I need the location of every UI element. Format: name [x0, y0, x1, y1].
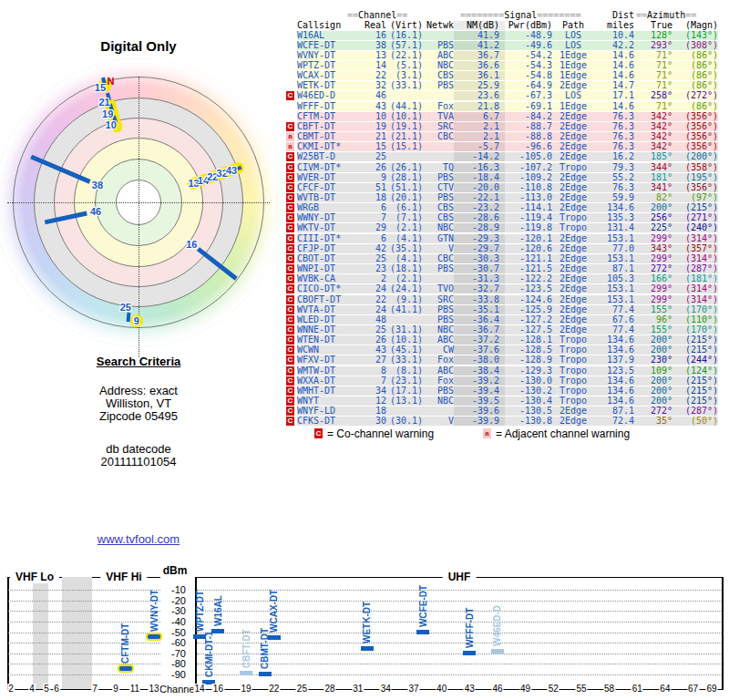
channel-tick-label: 34 [380, 684, 392, 695]
station-bar-label: CKMI-DT-1 [204, 631, 214, 677]
channel-tick-label: 40 [436, 684, 447, 695]
chart-gridline [197, 654, 722, 654]
channel-tick-label: 14 [193, 684, 205, 695]
channel-tick-label: 16 [212, 684, 224, 695]
vhf-lo-section-label: VHF Lo [10, 571, 59, 583]
tvfool-report: Digital Only TrueNorth 38461613142232431… [0, 0, 729, 700]
station-power-bar [211, 629, 224, 633]
channel-tick-label: 64 [659, 684, 671, 695]
chart-gridline [8, 643, 160, 643]
vhf-gap-band [33, 577, 48, 689]
station-power-bar [119, 666, 132, 671]
station-bar-label: WPTZ-DT [195, 591, 205, 632]
channel-tick-label: 46 [491, 684, 503, 695]
chart-gridline [8, 664, 160, 664]
station-bar-label: WCAX-DT [269, 590, 279, 633]
dbm-tick-label: -50 [162, 627, 186, 638]
dbm-tick-label: -80 [162, 658, 186, 669]
channel-tick-label: 25 [296, 684, 308, 695]
chart-gridline [197, 664, 722, 664]
dbm-tick-label: -60 [162, 637, 186, 648]
chart-gridline [8, 611, 160, 612]
dbm-tick-label: -30 [162, 605, 186, 616]
dbm-tick-label: -40 [162, 616, 186, 627]
vhf-hi-section-label: VHF Hi [100, 571, 147, 583]
channel-tick-label: 31 [352, 684, 364, 695]
chart-gridline [8, 590, 160, 591]
dbm-tick-label: -70 [162, 648, 186, 659]
channel-tick-label: 61 [631, 684, 643, 695]
station-bar-label: WCFE-DT [418, 585, 428, 627]
channel-tick-label: 67 [687, 684, 699, 695]
station-bar-label: W16AL [213, 595, 223, 626]
dbm-tick-label: -20 [162, 595, 186, 606]
channel-tick-label: 22 [268, 684, 280, 695]
channel-tick-label: 55 [575, 684, 587, 695]
channel-tick-label: 11 [129, 684, 140, 695]
station-bar-label: WVNY-DT [149, 590, 159, 632]
chart-gridline [8, 633, 160, 633]
station-power-bar [268, 635, 281, 640]
station-power-bar [361, 646, 374, 651]
channel-tick-label: 7 [91, 684, 98, 695]
channel-tick-label: 9 [112, 684, 119, 695]
channel-tick-label: 37 [407, 684, 419, 695]
station-power-bar [491, 649, 504, 654]
uhf-section-label: UHF [443, 571, 477, 583]
chart-gridline [197, 643, 722, 643]
channel-tick-label: 69 [705, 684, 717, 695]
station-power-bar [240, 671, 252, 675]
fm-gap-band [62, 577, 92, 689]
channel-tick-label: 13 [148, 684, 159, 695]
chart-gridline [8, 622, 160, 623]
station-bar-label: WETK-DT [362, 602, 372, 643]
channel-tick-label: 6 [53, 684, 60, 695]
station-bar-label: WFFF-DT [465, 607, 475, 647]
station-power-bar [148, 634, 160, 639]
station-bar-label: W46ED-D [492, 605, 502, 646]
channel-tick-label: 5 [43, 684, 50, 695]
station-power-bar [463, 651, 476, 655]
chart-gridline [8, 654, 160, 654]
channel-tick-label: 4 [28, 684, 36, 695]
station-bar-label: CBFT-DT [241, 630, 252, 669]
channel-tick-label: 28 [323, 684, 335, 695]
channel-axis-title: Channel [159, 684, 196, 695]
station-bar-label: CBMT-DT [260, 628, 270, 669]
station-bar-label: CFTM-DT [120, 623, 130, 664]
station-power-bar [416, 630, 429, 634]
channel-tick-label: 19 [241, 684, 252, 695]
station-power-bar [259, 672, 272, 676]
dbm-tick-label: -10 [162, 584, 186, 595]
channel-tick-label: 43 [464, 684, 476, 695]
channel-tick-label: 52 [548, 684, 560, 695]
radar-crosshair-vertical [139, 77, 139, 357]
chart-gridline [8, 674, 160, 675]
chart-gridline [197, 674, 722, 675]
chart-gridline [8, 601, 160, 602]
dbm-tick-label: -90 [162, 669, 186, 680]
channel-tick-label: 58 [603, 684, 615, 695]
channel-tick-label: 49 [519, 684, 531, 695]
channel-tick-label: 2 [7, 684, 15, 695]
